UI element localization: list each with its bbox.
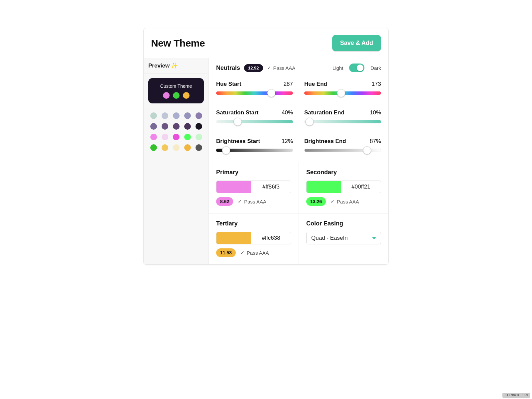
slider-thumb[interactable] — [222, 146, 230, 154]
preview-dot — [163, 92, 170, 99]
main-panel: Neutrals 12.92 ✓ Pass AAA Light Dark Hue… — [209, 58, 388, 264]
tertiary-pass: ✓ Pass AAA — [240, 250, 269, 256]
page-title: New Theme — [151, 38, 205, 49]
palette-swatch[interactable] — [150, 123, 157, 130]
sliders-grid: Hue Start 287 Hue End 173 — [209, 74, 388, 162]
easing-value: Quad - EaseIn — [311, 235, 348, 241]
secondary-cell: Secondary #00ff21 13.26 ✓ Pass AAA — [299, 162, 388, 213]
primary-cell: Primary #ff86f3 8.62 ✓ Pass AAA — [209, 162, 299, 213]
preview-dot — [173, 92, 180, 99]
palette-swatch[interactable] — [173, 112, 180, 119]
palette-swatch[interactable] — [184, 123, 191, 130]
slider-thumb[interactable] — [337, 89, 345, 97]
modal-header: New Theme Save & Add — [144, 28, 388, 58]
slider-hue-start: Hue Start 287 — [216, 81, 293, 95]
palette-swatch[interactable] — [162, 144, 168, 151]
slider-sat-start: Saturation Start 40% — [216, 109, 293, 123]
palette-swatch[interactable] — [196, 134, 202, 140]
slider-bri-start: Brightness Start 12% — [216, 138, 293, 152]
slider-thumb[interactable] — [267, 89, 275, 97]
slider-label: Hue End — [304, 81, 327, 87]
slider-thumb[interactable] — [306, 118, 314, 126]
palette-swatch[interactable] — [173, 123, 180, 130]
tertiary-cell: Tertiary #ffc638 11.58 ✓ Pass AAA — [209, 213, 299, 264]
palette-swatch[interactable] — [196, 123, 202, 130]
preview-heading: Preview ✨ — [144, 58, 208, 73]
slider-track[interactable] — [216, 91, 293, 95]
check-icon: ✓ — [238, 199, 242, 204]
slider-label: Hue Start — [216, 81, 241, 87]
slider-track[interactable] — [304, 149, 381, 152]
slider-label: Saturation Start — [216, 109, 259, 116]
tertiary-score: 11.58 — [216, 248, 236, 257]
slider-track[interactable] — [216, 149, 293, 152]
easing-label: Color Easing — [306, 220, 381, 227]
slider-track[interactable] — [304, 120, 381, 123]
palette-swatch[interactable] — [173, 144, 180, 151]
slider-label: Saturation End — [304, 109, 344, 116]
save-add-button[interactable]: Save & Add — [332, 35, 381, 51]
light-dark-toggle[interactable] — [349, 64, 364, 72]
slider-track[interactable] — [216, 120, 293, 123]
preview-card: Custom Theme — [148, 78, 204, 103]
modal-body: Preview ✨ Custom Theme Neutrals 12.92 ✓ … — [144, 58, 388, 264]
check-icon: ✓ — [267, 65, 271, 71]
preview-card-dots — [152, 92, 200, 99]
preview-label: Preview — [148, 63, 170, 69]
slider-value: 10% — [370, 109, 381, 116]
palette-swatch[interactable] — [184, 134, 191, 140]
swatch-grid — [144, 108, 208, 158]
slider-value: 12% — [282, 138, 293, 145]
tertiary-color-input[interactable]: #ffc638 — [216, 232, 291, 244]
slider-value: 40% — [282, 109, 293, 116]
palette-swatch[interactable] — [173, 134, 180, 140]
palette-swatch[interactable] — [184, 112, 191, 119]
neutrals-score-pill: 12.92 — [244, 64, 263, 72]
palette-swatch[interactable] — [184, 144, 191, 151]
palette-swatch[interactable] — [150, 144, 157, 151]
easing-select[interactable]: Quad - EaseIn — [306, 232, 381, 244]
primary-pass: ✓ Pass AAA — [238, 199, 266, 204]
pass-text: Pass AAA — [273, 65, 296, 71]
tertiary-swatch — [216, 232, 251, 244]
chevron-down-icon — [372, 237, 376, 239]
primary-color-input[interactable]: #ff86f3 — [216, 181, 291, 193]
slider-label: Brightness End — [304, 138, 346, 145]
slider-value: 287 — [284, 81, 293, 87]
preview-card-title: Custom Theme — [152, 83, 200, 89]
palette-swatch[interactable] — [196, 144, 202, 151]
watermark: GIFMOCK.COM — [502, 393, 530, 398]
secondary-hex[interactable]: #00ff21 — [341, 181, 381, 193]
palette-swatch[interactable] — [150, 112, 157, 119]
secondary-pass: ✓ Pass AAA — [331, 199, 359, 204]
slider-thumb[interactable] — [234, 118, 242, 126]
palette-swatch[interactable] — [162, 112, 168, 119]
neutrals-pass: ✓ Pass AAA — [267, 65, 296, 71]
tertiary-label: Tertiary — [216, 220, 291, 227]
preview-dot — [183, 92, 190, 99]
palette-swatch[interactable] — [196, 112, 202, 119]
theme-editor-modal: New Theme Save & Add Preview ✨ Custom Th… — [143, 28, 389, 265]
secondary-color-input[interactable]: #00ff21 — [306, 181, 381, 193]
slider-thumb[interactable] — [363, 146, 371, 154]
slider-value: 173 — [372, 81, 381, 87]
slider-hue-end: Hue End 173 — [304, 81, 381, 95]
slider-track[interactable] — [304, 91, 381, 95]
primary-hex[interactable]: #ff86f3 — [251, 181, 291, 193]
preview-sidebar: Preview ✨ Custom Theme — [144, 58, 209, 264]
tertiary-hex[interactable]: #ffc638 — [251, 232, 291, 244]
slider-sat-end: Saturation End 10% — [304, 109, 381, 123]
secondary-swatch — [307, 181, 341, 193]
check-icon: ✓ — [240, 250, 245, 256]
sparkle-icon: ✨ — [171, 62, 178, 69]
mode-light-label: Light — [332, 65, 343, 71]
palette-swatch[interactable] — [162, 123, 168, 130]
neutrals-header: Neutrals 12.92 ✓ Pass AAA Light Dark — [209, 58, 388, 74]
mode-dark-label: Dark — [370, 65, 381, 71]
check-icon: ✓ — [331, 199, 335, 204]
palette-swatch[interactable] — [162, 134, 168, 140]
palette-swatch[interactable] — [150, 134, 157, 140]
colors-row-1: Primary #ff86f3 8.62 ✓ Pass AAA Secon — [209, 162, 388, 213]
slider-bri-end: Brightness End 87% — [304, 138, 381, 152]
toggle-knob — [357, 65, 363, 71]
